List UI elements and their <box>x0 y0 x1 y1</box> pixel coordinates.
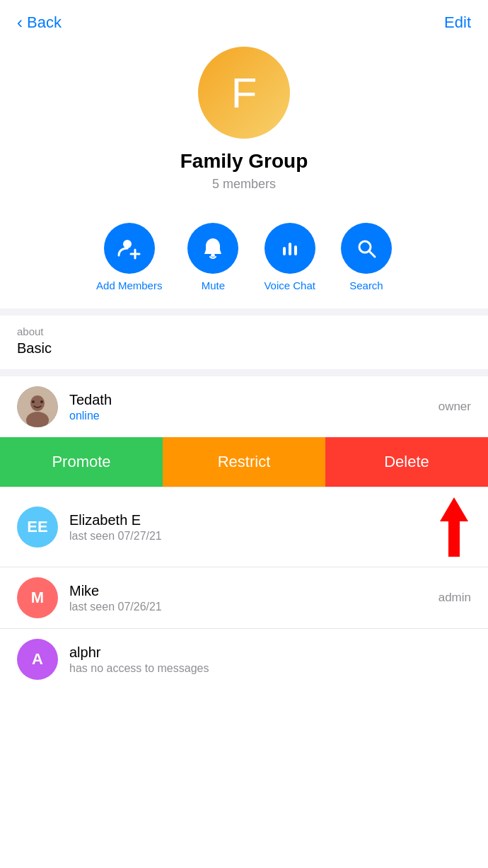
divider-2 <box>0 369 488 376</box>
group-avatar: F <box>198 47 290 139</box>
svg-point-0 <box>123 240 132 248</box>
back-label: Back <box>27 13 62 32</box>
elizabeth-status: last seen 07/27/21 <box>69 530 440 543</box>
mute-icon <box>187 223 238 274</box>
mike-name: Mike <box>69 583 438 599</box>
action-buttons: Add Members Mute Voice Chat <box>0 209 488 308</box>
tedath-row-content[interactable]: Tedath online owner <box>0 376 488 437</box>
tedath-role: owner <box>438 400 471 414</box>
svg-line-8 <box>369 251 375 257</box>
search-label: Search <box>349 279 383 291</box>
voice-chat-icon <box>265 223 315 274</box>
voice-chat-button[interactable]: Voice Chat <box>264 223 315 291</box>
mike-avatar: M <box>17 577 58 618</box>
alphr-avatar: A <box>17 639 58 680</box>
svg-point-10 <box>30 395 45 411</box>
elizabeth-avatar: EE <box>17 507 58 548</box>
arrow-shaft <box>448 521 460 557</box>
edit-label: Edit <box>444 13 471 31</box>
elizabeth-name: Elizabeth E <box>69 512 440 528</box>
alphr-info: alphr has no access to messages <box>69 644 471 675</box>
promote-button[interactable]: Promote <box>0 437 163 487</box>
swipe-actions-row: Promote Restrict Delete <box>0 437 488 487</box>
tedath-info: Tedath online <box>69 392 438 422</box>
profile-section: F Family Group 5 members <box>0 40 488 209</box>
about-section: about Basic <box>0 316 488 369</box>
svg-rect-5 <box>289 243 291 255</box>
mike-role: admin <box>438 591 471 605</box>
mute-button[interactable]: Mute <box>187 223 238 291</box>
mike-info: Mike last seen 07/26/21 <box>69 583 438 613</box>
tedath-avatar <box>17 386 58 427</box>
member-row-tedath: Tedath online owner Promote Restrict Del… <box>0 376 488 487</box>
chevron-left-icon: ‹ <box>17 13 23 33</box>
tedath-name: Tedath <box>69 392 438 408</box>
arrow-annotation <box>440 497 468 557</box>
member-row-mike[interactable]: M Mike last seen 07/26/21 admin <box>0 567 488 629</box>
group-name: Family Group <box>180 150 308 173</box>
about-label: about <box>17 325 471 337</box>
svg-rect-4 <box>283 247 286 255</box>
add-members-button[interactable]: Add Members <box>96 223 162 291</box>
svg-rect-6 <box>294 245 297 255</box>
members-list: Tedath online owner Promote Restrict Del… <box>0 376 488 690</box>
divider-1 <box>0 308 488 316</box>
add-members-icon <box>104 223 155 274</box>
search-button[interactable]: Search <box>341 223 392 291</box>
voice-chat-label: Voice Chat <box>264 279 315 291</box>
member-count: 5 members <box>212 177 276 192</box>
search-icon <box>341 223 392 274</box>
back-button[interactable]: ‹ Back <box>17 13 62 33</box>
svg-point-13 <box>40 400 43 403</box>
mute-label: Mute <box>202 279 225 291</box>
mike-status: last seen 07/26/21 <box>69 601 438 613</box>
alphr-status: has no access to messages <box>69 662 471 675</box>
avatar-letter: F <box>231 69 257 117</box>
tedath-status: online <box>69 410 438 422</box>
svg-point-12 <box>32 400 35 403</box>
delete-button[interactable]: Delete <box>325 437 488 487</box>
member-row-elizabeth[interactable]: EE Elizabeth E last seen 07/27/21 <box>0 487 488 567</box>
about-value: Basic <box>17 340 471 357</box>
add-members-label: Add Members <box>96 279 162 291</box>
edit-button[interactable]: Edit <box>444 13 471 32</box>
alphr-name: alphr <box>69 644 471 661</box>
header: ‹ Back Edit <box>0 0 488 40</box>
arrow-head-icon <box>440 497 468 521</box>
member-row-alphr[interactable]: A alphr has no access to messages <box>0 629 488 690</box>
elizabeth-info: Elizabeth E last seen 07/27/21 <box>69 512 440 543</box>
restrict-button[interactable]: Restrict <box>163 437 325 487</box>
svg-rect-3 <box>211 254 215 257</box>
